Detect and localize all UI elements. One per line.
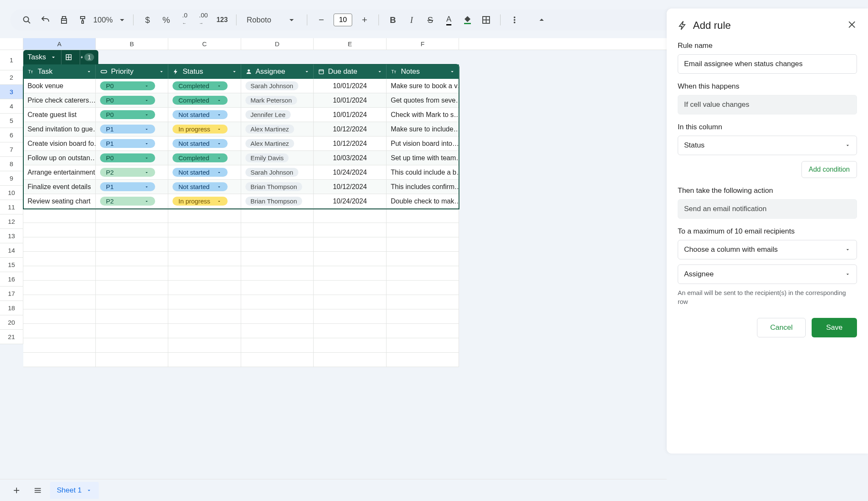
decrease-font-icon[interactable]: − — [313, 12, 329, 28]
cell-priority[interactable]: P0 — [96, 93, 168, 107]
col-header-e[interactable]: E — [314, 38, 387, 50]
col-header-b[interactable]: B — [96, 38, 168, 50]
cell-notes[interactable]: Make sure to include… — [387, 122, 459, 136]
cell-task[interactable]: Arrange entertainment — [23, 165, 96, 179]
close-button[interactable] — [847, 19, 857, 31]
cell-task[interactable]: Book venue — [23, 79, 96, 93]
row-header[interactable]: 4 — [0, 99, 23, 114]
cell-status[interactable]: In progress — [168, 122, 241, 136]
save-button[interactable]: Save — [812, 318, 857, 337]
automation-icon[interactable]: 1 — [80, 50, 94, 64]
th-priority[interactable]: Priority — [96, 64, 168, 79]
row-header[interactable]: 8 — [0, 157, 23, 171]
table-row[interactable]: Review seating chartP2In progressBrian T… — [23, 194, 459, 209]
cell-assignee[interactable]: Mark Peterson — [241, 93, 314, 107]
cell-priority[interactable]: P2 — [96, 165, 168, 179]
row-header[interactable]: 2 — [0, 70, 23, 85]
font-dropdown[interactable]: Roboto — [242, 15, 301, 25]
cell-assignee[interactable]: Alex Martinez — [241, 136, 314, 150]
cell-duedate[interactable]: 10/03/2024 — [314, 151, 387, 165]
cell-task[interactable]: Review seating chart — [23, 194, 96, 208]
all-sheets-button[interactable] — [29, 482, 47, 499]
cell-duedate[interactable]: 10/24/2024 — [314, 194, 387, 208]
cell-notes[interactable]: Double check to mak… — [387, 194, 459, 208]
empty-row[interactable] — [23, 281, 459, 295]
cell-notes[interactable]: This could include a b… — [387, 165, 459, 179]
empty-row[interactable] — [23, 266, 459, 281]
add-sheet-button[interactable] — [8, 482, 25, 499]
cell-status[interactable]: Not started — [168, 180, 241, 194]
row-header[interactable]: 20 — [0, 315, 23, 330]
currency-icon[interactable]: $ — [139, 12, 156, 28]
cell-priority[interactable]: P0 — [96, 151, 168, 165]
cell-duedate[interactable]: 10/01/2024 — [314, 79, 387, 93]
table-row[interactable]: Finalize event detailsP1Not startedBrian… — [23, 180, 459, 194]
zoom-dropdown[interactable]: 100% — [93, 15, 127, 25]
th-assignee[interactable]: Assignee — [241, 64, 314, 79]
cell-task[interactable]: Create vision board fo… — [23, 136, 96, 150]
cell-assignee[interactable]: Emily Davis — [241, 151, 314, 165]
cell-notes[interactable]: Make sure to book a v… — [387, 79, 459, 93]
cell-notes[interactable]: This includes confirm… — [387, 180, 459, 194]
empty-row[interactable] — [23, 324, 459, 338]
cell-duedate[interactable]: 10/01/2024 — [314, 108, 387, 122]
rule-name-input[interactable] — [678, 54, 857, 74]
cell-task[interactable]: Create guest list — [23, 108, 96, 122]
percent-icon[interactable]: % — [158, 12, 174, 28]
row-header[interactable]: 5 — [0, 114, 23, 128]
recipients-column-select[interactable]: Choose a column with emails — [678, 240, 857, 259]
cell-assignee[interactable]: Alex Martinez — [241, 122, 314, 136]
col-header-d[interactable]: D — [241, 38, 314, 50]
th-task[interactable]: Tт Task — [23, 64, 96, 79]
row-header[interactable]: 14 — [0, 243, 23, 258]
empty-row[interactable] — [23, 295, 459, 309]
format-number-icon[interactable]: 123 — [214, 12, 230, 28]
borders-icon[interactable] — [478, 12, 494, 28]
fill-color-icon[interactable] — [459, 12, 476, 28]
cell-duedate[interactable]: 10/24/2024 — [314, 165, 387, 179]
empty-row[interactable] — [23, 237, 459, 252]
row-header[interactable]: 6 — [0, 128, 23, 142]
col-header-c[interactable]: C — [168, 38, 241, 50]
text-color-icon[interactable]: A — [441, 12, 457, 28]
row-header[interactable]: 18 — [0, 301, 23, 315]
row-header[interactable]: 1 — [0, 50, 23, 70]
col-header-f[interactable]: F — [387, 38, 459, 50]
bold-icon[interactable]: B — [385, 12, 401, 28]
table-row[interactable]: Send invitation to gue…P1In progressAlex… — [23, 122, 459, 136]
recipients-value-select[interactable]: Assignee — [678, 264, 857, 284]
cell-priority[interactable]: P0 — [96, 79, 168, 93]
cell-status[interactable]: Not started — [168, 165, 241, 179]
row-header[interactable]: 11 — [0, 200, 23, 214]
cell-duedate[interactable]: 10/12/2024 — [314, 122, 387, 136]
print-icon[interactable] — [56, 12, 72, 28]
col-header-a[interactable]: A — [23, 38, 96, 50]
table-row[interactable]: Arrange entertainmentP2Not startedSarah … — [23, 165, 459, 180]
increase-decimal-icon[interactable]: .00→ — [195, 12, 211, 28]
cell-assignee[interactable]: Sarah Johnson — [241, 79, 314, 93]
table-chip[interactable]: Tasks 1 — [23, 50, 98, 64]
row-header[interactable]: 7 — [0, 142, 23, 157]
row-header[interactable]: 10 — [0, 186, 23, 200]
row-header[interactable]: 3 — [0, 85, 23, 99]
table-row[interactable]: Follow up on outstan…P0CompletedEmily Da… — [23, 151, 459, 165]
cell-status[interactable]: Not started — [168, 108, 241, 122]
decrease-decimal-icon[interactable]: .0← — [177, 12, 193, 28]
table-row[interactable]: Create vision board fo…P1Not startedAlex… — [23, 136, 459, 151]
row-header[interactable]: 9 — [0, 171, 23, 186]
search-icon[interactable] — [19, 12, 35, 28]
cell-notes[interactable]: Put vision board into… — [387, 136, 459, 150]
empty-row[interactable] — [23, 209, 459, 223]
cell-duedate[interactable]: 10/12/2024 — [314, 136, 387, 150]
cell-status[interactable]: Not started — [168, 136, 241, 150]
empty-row[interactable] — [23, 309, 459, 324]
more-icon[interactable] — [506, 12, 523, 28]
cell-priority[interactable]: P1 — [96, 180, 168, 194]
th-notes[interactable]: Tт Notes — [387, 64, 459, 79]
cell-duedate[interactable]: 10/12/2024 — [314, 180, 387, 194]
row-header[interactable]: 13 — [0, 229, 23, 243]
strikethrough-icon[interactable]: S — [422, 12, 438, 28]
cell-assignee[interactable]: Brian Thompson — [241, 194, 314, 208]
undo-icon[interactable] — [37, 12, 53, 28]
cell-priority[interactable]: P1 — [96, 122, 168, 136]
